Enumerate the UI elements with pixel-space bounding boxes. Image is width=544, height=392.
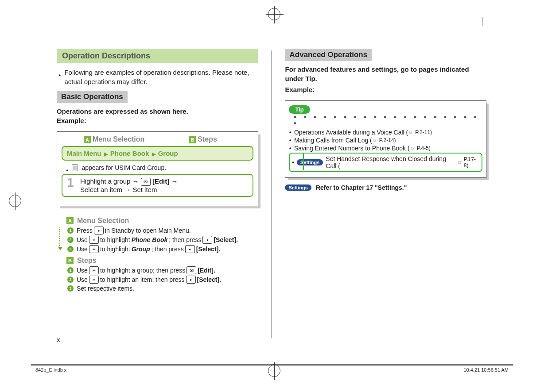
crumb-main: Main Menu <box>67 150 101 157</box>
center-key-icon <box>185 245 195 253</box>
registration-mark-top <box>268 8 280 22</box>
step-line-2: Select an item → Set item <box>80 186 248 193</box>
step-circle-2: 2 <box>67 237 74 243</box>
exp-b-3: 3 Set respective items. <box>67 285 258 292</box>
heading-advanced-operations: Advanced Operations <box>285 49 372 61</box>
label-b: BSteps <box>189 135 217 143</box>
left-column: Operation Descriptions Following are exa… <box>57 49 258 345</box>
center-key-icon <box>94 227 104 234</box>
step-number: 1 <box>67 176 74 190</box>
adv-intro-2: Example: <box>285 85 486 94</box>
footer-rule <box>31 365 513 365</box>
tip-connector-line <box>303 153 304 170</box>
registration-mark-bottom <box>268 365 280 379</box>
tip-item: Saving Entered Numbers to Phone Book (P.… <box>289 145 482 152</box>
chevron-icon: ▶ <box>151 151 156 157</box>
exp-a-1: 1 Press in Standby to open Main Menu. <box>67 227 258 234</box>
intro-bullet: Following are examples of operation desc… <box>57 68 258 86</box>
step-circle-3: 3 <box>67 285 74 292</box>
settings-note: Settings Refer to Chapter 17 "Settings." <box>285 184 486 191</box>
settings-pill: Settings <box>297 159 323 165</box>
chevron-icon: ▶ <box>103 151 109 157</box>
exp-a-3: 3 Use to highlight Group ; then press [S… <box>67 245 258 253</box>
exp-b-2: 2 Use to highlight an item; then press [… <box>67 276 258 284</box>
nav-key-icon <box>89 276 99 284</box>
bullet-icon <box>58 68 61 77</box>
example-box: AMenu Selection BSteps Main Menu ▶ Phone… <box>57 131 258 206</box>
column-divider <box>272 50 272 338</box>
label-a: AMenu Selection <box>84 135 144 143</box>
usim-note: appears for USIM Card Group. <box>82 164 166 171</box>
tip-item-settings: Settings Set Handset Response when Close… <box>291 155 480 169</box>
tip-dots: ● ● ● ● ● ● ● ● ● ● ● ● ● ● ● ● ● ● ● ● <box>293 114 482 126</box>
step-circle-1: 1 <box>67 227 74 234</box>
exp-a-2: 2 Use to highlight Phone Book ; then pre… <box>67 236 258 244</box>
step-circle-3: 3 <box>67 246 74 252</box>
explanation-block: A Menu Selection 1 Press in Standby to o… <box>57 217 258 292</box>
mail-key-icon <box>141 178 151 186</box>
step-circle-2: 2 <box>67 277 74 283</box>
heading-basic-operations: Basic Operations <box>57 91 128 103</box>
step-circle-1: 1 <box>67 267 74 273</box>
adv-intro-1: For advanced features and settings, go t… <box>285 65 486 83</box>
mail-key-icon <box>187 266 196 274</box>
intro-text: Following are examples of operation desc… <box>64 68 258 86</box>
step-box: 1 Highlight a group → [Edit] → Select an… <box>62 174 253 197</box>
exp-b-1: 1 Use to highlight a group; then press [… <box>67 266 258 274</box>
tip-item: Making Calls from Call Log (P.2-14) <box>289 137 482 144</box>
crumb-group: Group <box>158 150 178 157</box>
tip-list: Operations Available during a Voice Call… <box>289 129 482 172</box>
step-line-1: Highlight a group → [Edit] → <box>80 177 248 186</box>
page-ref-icon <box>373 137 378 143</box>
tip-header-row: Tip ● ● ● ● ● ● ● ● ● ● ● ● ● ● ● ● ● ● … <box>289 105 482 126</box>
right-column: Advanced Operations For advanced feature… <box>285 49 486 345</box>
nav-key-icon <box>89 245 99 253</box>
exp-a-head: A Menu Selection <box>66 217 258 225</box>
tip-box: Tip ● ● ● ● ● ● ● ● ● ● ● ● ● ● ● ● ● ● … <box>285 100 486 178</box>
settings-pill: Settings <box>285 184 311 191</box>
registration-mark-left <box>9 195 21 209</box>
tag-b: B <box>189 136 196 143</box>
breadcrumb-bar: Main Menu ▶ Phone Book ▶ Group <box>62 146 253 161</box>
nav-key-icon <box>89 236 99 244</box>
page-ref-icon <box>411 145 416 151</box>
page-content: Operation Descriptions Following are exa… <box>57 49 486 345</box>
tip-highlight-settings: Settings Set Handset Response when Close… <box>289 153 482 172</box>
center-key-icon <box>186 276 196 284</box>
footer-rule <box>31 364 513 365</box>
page-number: x <box>57 336 60 343</box>
footer-file: 842p_E.indb x <box>35 367 66 373</box>
exp-b-head: B Steps <box>66 257 258 265</box>
basic-intro-2: Example: <box>57 116 258 125</box>
usim-note-row: appears for USIM Card Group. <box>57 163 258 174</box>
page-ref-icon <box>458 159 463 165</box>
tip-item: Operations Available during a Voice Call… <box>289 129 482 136</box>
tag-a: A <box>84 136 91 143</box>
usim-icon <box>72 164 78 171</box>
page-ref-icon <box>409 129 414 135</box>
footer-timestamp: 10.4.21 10:56:51 AM <box>463 367 509 373</box>
flow-arrow-icon <box>59 227 60 248</box>
heading-operation-descriptions: Operation Descriptions <box>57 49 258 63</box>
basic-intro-1: Operations are expressed as shown here. <box>57 107 258 116</box>
bullet-icon <box>66 164 68 171</box>
tip-label: Tip <box>289 105 310 114</box>
nav-key-icon <box>89 266 99 274</box>
labels-row: AMenu Selection BSteps <box>57 132 258 145</box>
tag-a: A <box>66 217 74 224</box>
tag-b: B <box>66 257 74 264</box>
center-key-icon <box>202 236 212 244</box>
crumb-phonebook: Phone Book <box>110 150 149 157</box>
